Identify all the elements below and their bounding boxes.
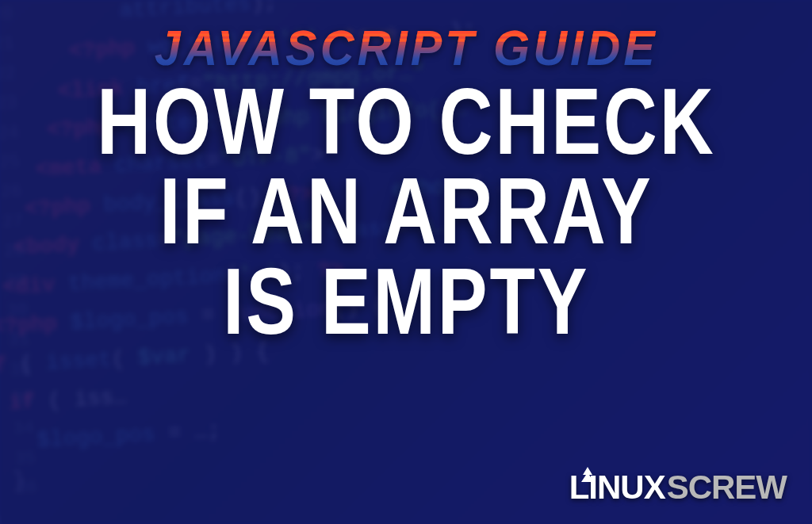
content-area: JAVASCRIPT GUIDE HOW TO CHECKIF AN ARRAY… [0,0,812,524]
title-line: HOW TO CHECK [97,76,715,166]
title-line: IF AN ARRAY [97,166,715,257]
logo-part-screw: SCREW [667,469,787,507]
main-title: HOW TO CHECKIF AN ARRAYIS EMPTY [97,76,715,346]
logo-part-linux: LINUX [569,469,665,507]
title-line: IS EMPTY [97,256,715,346]
brand-logo: LINUX SCREW [569,469,787,507]
